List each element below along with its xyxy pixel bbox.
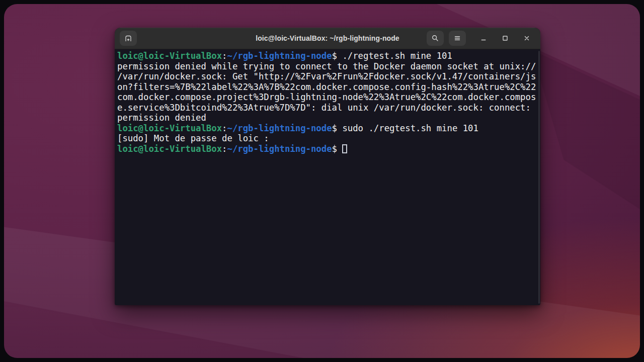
new-tab-button[interactable] xyxy=(120,31,137,46)
terminal-line: loic@loic-VirtualBox:~/rgb-lightning-nod… xyxy=(117,51,540,61)
desktop: loic@loic-VirtualBox: ~/rgb-lightning-no… xyxy=(0,0,644,362)
terminal-line: [sudo] Mot de passe de loic : xyxy=(117,133,540,144)
hamburger-menu-icon xyxy=(453,34,461,42)
close-icon xyxy=(523,34,531,42)
terminal-output[interactable]: loic@loic-VirtualBox:~/rgb-lightning-nod… xyxy=(115,49,540,305)
new-tab-icon xyxy=(124,34,132,42)
terminal-line: permission denied while trying to connec… xyxy=(117,61,540,72)
terminal-line: e.service%3Dbitcoind%22%3Atrue%7D%7D": d… xyxy=(117,103,540,113)
terminal-headerbar[interactable]: loic@loic-VirtualBox: ~/rgb-lightning-no… xyxy=(115,28,540,49)
terminal-line: /var/run/docker.sock: Get "http://%2Fvar… xyxy=(117,71,540,82)
maximize-icon xyxy=(501,34,509,42)
search-button[interactable] xyxy=(427,31,444,46)
terminal-scrollbar[interactable] xyxy=(538,51,540,304)
terminal-line: on?filters=%7B%22label%22%3A%7B%22com.do… xyxy=(117,82,540,93)
terminal-line: permission denied xyxy=(117,113,540,123)
terminal-line: loic@loic-VirtualBox:~/rgb-lightning-nod… xyxy=(117,144,540,154)
menu-button[interactable] xyxy=(449,31,466,46)
terminal-window: loic@loic-VirtualBox: ~/rgb-lightning-no… xyxy=(115,28,540,305)
minimize-button[interactable] xyxy=(477,31,490,46)
terminal-line: loic@loic-VirtualBox:~/rgb-lightning-nod… xyxy=(117,123,540,134)
terminal-cursor xyxy=(342,144,347,153)
maximize-button[interactable] xyxy=(499,31,512,46)
minimize-icon xyxy=(479,34,488,42)
search-icon xyxy=(431,34,439,42)
terminal-lines: loic@loic-VirtualBox:~/rgb-lightning-nod… xyxy=(117,51,540,154)
terminal-line: com.docker.compose.project%3Drgb-lightni… xyxy=(117,92,540,103)
close-button[interactable] xyxy=(520,31,533,46)
